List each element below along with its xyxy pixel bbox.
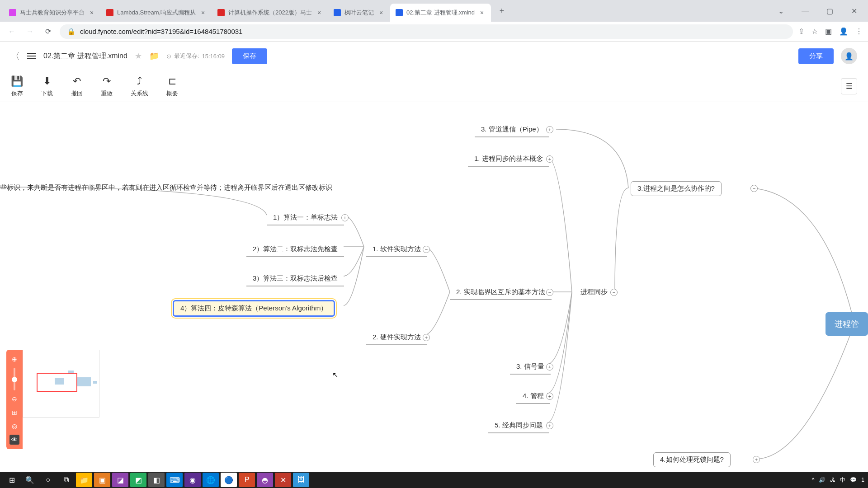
expand-button[interactable]: +: [341, 214, 349, 221]
app-icon[interactable]: ◪: [112, 473, 128, 487]
close-icon[interactable]: ×: [199, 9, 207, 16]
node-pipe[interactable]: 3. 管道通信（Pipe）: [475, 122, 549, 137]
close-icon[interactable]: ×: [316, 9, 323, 16]
start-button[interactable]: ⊞: [4, 473, 20, 487]
menu-icon[interactable]: ⋮: [855, 27, 863, 36]
node-cooperation[interactable]: 3.进程之间是怎么协作的?: [631, 181, 722, 196]
tool-download[interactable]: ⬇下载: [41, 75, 53, 98]
zoom-slider[interactable]: [14, 368, 15, 390]
node-concept[interactable]: 1. 进程同步的基本概念: [468, 152, 549, 167]
expand-button[interactable]: +: [546, 363, 553, 371]
app-icon[interactable]: ▣: [94, 473, 110, 487]
chevron-down-icon[interactable]: ⌄: [770, 4, 791, 18]
visibility-icon[interactable]: 👁: [9, 435, 19, 445]
node-algo2[interactable]: 2）算法二：双标志法先检查: [246, 242, 344, 257]
vscode-icon[interactable]: ⌨: [166, 473, 183, 487]
node-semaphore[interactable]: 3. 信号量: [510, 360, 551, 375]
expand-button[interactable]: +: [546, 126, 553, 133]
browser-tab[interactable]: Lambda,Stream,响应式编程从 ×: [101, 4, 212, 22]
minimap-viewport[interactable]: [37, 373, 77, 392]
explorer-icon[interactable]: 📁: [76, 473, 92, 487]
connectors: [0, 102, 868, 472]
favorite-icon[interactable]: ★: [135, 51, 142, 61]
close-icon[interactable]: ×: [88, 9, 95, 16]
expand-button[interactable]: +: [753, 456, 760, 463]
node-monitor[interactable]: 4. 管程: [516, 389, 550, 404]
app-icon[interactable]: ◓: [257, 473, 273, 487]
expand-button[interactable]: +: [546, 422, 553, 429]
node-software[interactable]: 1. 软件实现方法: [366, 242, 427, 257]
app-icon[interactable]: ◉: [184, 473, 201, 487]
tool-save[interactable]: 💾保存: [11, 75, 23, 98]
chrome-icon[interactable]: 🔵: [221, 473, 237, 487]
fit-button[interactable]: ⊞: [9, 408, 19, 418]
expand-button[interactable]: +: [546, 393, 553, 400]
cortana-icon[interactable]: ○: [40, 473, 56, 487]
close-button[interactable]: ✕: [844, 4, 864, 18]
notifications-icon[interactable]: 💬: [850, 477, 857, 483]
powerpoint-icon[interactable]: P: [239, 473, 255, 487]
app-icon[interactable]: ◧: [148, 473, 165, 487]
zoom-out-button[interactable]: ⊖: [9, 394, 19, 404]
edge-icon[interactable]: 🌐: [203, 473, 219, 487]
menu-icon[interactable]: [27, 53, 36, 59]
folder-icon[interactable]: 📁: [149, 51, 159, 61]
node-algo4-selected[interactable]: 4）算法四：皮特森算法（Peterson's Algorithm）: [173, 300, 335, 317]
node-algo1[interactable]: 1）算法一：单标志法: [267, 211, 344, 225]
collapse-button[interactable]: −: [423, 246, 430, 253]
search-icon[interactable]: 🔍: [22, 473, 38, 487]
app-icon[interactable]: ✕: [275, 473, 291, 487]
expand-button[interactable]: +: [423, 334, 430, 341]
save-button[interactable]: 保存: [232, 48, 267, 64]
collapse-button[interactable]: −: [546, 289, 553, 296]
share-icon[interactable]: ⇪: [798, 27, 804, 36]
minimap[interactable]: [23, 350, 99, 418]
browser-tab-active[interactable]: 02.第二章 进程管理.xmind ×: [390, 4, 491, 22]
mindmap-canvas[interactable]: 些标识，来判断是否有进程在临界区中，若有则在进入区循环检查并等待；进程离开临界区…: [0, 102, 868, 472]
panel-toggle-button[interactable]: ☰: [841, 78, 857, 94]
close-icon[interactable]: ×: [478, 9, 486, 16]
node-root[interactable]: 进程管: [826, 312, 868, 336]
ime-icon[interactable]: 中: [840, 476, 845, 484]
node-algo3[interactable]: 3）算法三：双标志法后检查: [246, 272, 344, 286]
node-hardware[interactable]: 2. 硬件实现方法: [366, 330, 427, 345]
new-tab-button[interactable]: +: [495, 4, 509, 18]
user-avatar[interactable]: 👤: [841, 48, 857, 64]
collapse-button[interactable]: −: [610, 289, 618, 296]
node-sync[interactable]: 进程同步: [574, 285, 614, 299]
tool-summary[interactable]: ⊏概要: [166, 75, 178, 98]
zoom-controls: ⊕ ⊖ ⊞ ◎ 👁: [6, 350, 23, 449]
extension-icon[interactable]: ▣: [825, 27, 832, 36]
browser-tab[interactable]: 枫叶云笔记 ×: [328, 4, 390, 22]
minimize-button[interactable]: —: [795, 4, 816, 18]
tray-expand-icon[interactable]: ^: [812, 477, 815, 483]
share-button[interactable]: 分享: [798, 48, 834, 64]
node-deadlock[interactable]: 4.如何处理死锁问题?: [653, 452, 731, 467]
tool-relation[interactable]: ⤴关系线: [131, 75, 148, 98]
star-icon[interactable]: ☆: [811, 27, 818, 36]
back-button[interactable]: ←: [5, 25, 18, 38]
url-input[interactable]: 🔒 cloud.fynote.com/edit?nid=37195&id=164…: [60, 24, 793, 39]
close-icon[interactable]: ×: [377, 9, 385, 16]
app-icon[interactable]: 🖼: [293, 473, 309, 487]
forward-button[interactable]: →: [24, 25, 36, 38]
tool-undo[interactable]: ↶撤回: [71, 75, 83, 98]
collapse-button[interactable]: −: [750, 185, 758, 192]
profile-icon[interactable]: 👤: [839, 27, 848, 36]
node-mutex[interactable]: 2. 实现临界区互斥的基本方法: [450, 285, 552, 300]
volume-icon[interactable]: 🔊: [819, 477, 826, 483]
browser-tab[interactable]: 计算机操作系统（2022版）马士 ×: [212, 4, 328, 22]
app-icon[interactable]: ◩: [130, 473, 146, 487]
target-button[interactable]: ◎: [9, 421, 19, 431]
expand-button[interactable]: +: [546, 155, 553, 163]
taskview-icon[interactable]: ⧉: [58, 473, 74, 487]
node-classic[interactable]: 5. 经典同步问题: [488, 418, 549, 433]
maximize-button[interactable]: ▢: [819, 4, 840, 18]
reload-button[interactable]: ⟳: [42, 25, 54, 38]
network-icon[interactable]: 🖧: [830, 477, 835, 483]
browser-tab[interactable]: 马士兵教育知识分享平台 ×: [4, 4, 101, 22]
zoom-in-button[interactable]: ⊕: [9, 354, 19, 364]
tool-redo[interactable]: ↷重做: [101, 75, 113, 98]
back-icon[interactable]: 〈: [11, 50, 20, 62]
zoom-thumb[interactable]: [12, 377, 17, 382]
